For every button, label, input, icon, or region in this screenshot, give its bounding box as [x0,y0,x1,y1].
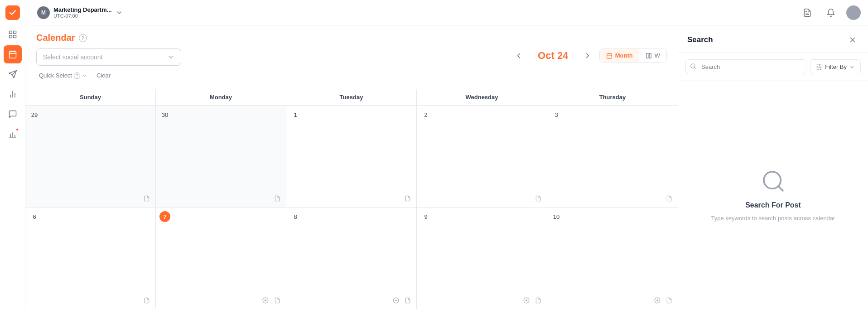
calendar-rows: 29 30 [25,106,678,309]
nav-and-view: Oct 24 [512,48,667,63]
svg-rect-23 [646,53,648,58]
month-view-button[interactable]: Month [600,49,639,62]
filter-chevron-icon [849,64,855,70]
day-header-sunday: Sunday [25,89,156,105]
calendar-toolbar: Calendar ? Select social account [25,25,678,83]
search-input[interactable] [685,59,806,74]
clear-button[interactable]: Clear [94,71,113,80]
calendar-cell: 6 [25,208,156,309]
filter-by-label: Filter By [825,63,847,70]
draft-icon[interactable] [142,193,152,203]
account-selector-chevron-icon [167,53,174,61]
sidebar-item-dashboard[interactable] [4,25,22,43]
listening-badge [15,128,19,131]
cell-date: 30 [159,109,170,120]
cell-actions [664,193,674,203]
add-post-icon[interactable] [260,295,270,305]
calendar-cell: 9 [417,208,547,309]
week-view-button[interactable]: W [639,49,666,62]
calendar-cell: 30 [156,106,286,207]
view-buttons: Month W [599,48,667,63]
calendar-cell: 7 [156,208,286,309]
cell-actions [142,295,152,305]
social-account-selector[interactable]: Select social account [36,48,181,66]
cell-date: 29 [29,109,40,120]
sidebar-item-publish[interactable] [4,65,22,83]
quick-select-help-icon[interactable]: ? [74,72,80,79]
cell-date-today: 7 [159,211,170,222]
sidebar [0,0,25,309]
draft-icon[interactable] [272,295,282,305]
app-logo[interactable] [5,5,20,20]
calendar-cell: 10 [547,208,678,309]
cell-actions [272,193,282,203]
svg-rect-0 [9,31,12,34]
day-header-wednesday: Wednesday [417,89,547,105]
search-panel-title: Search [687,35,713,44]
calendar-days-header: Sunday Monday Tuesday Wednesday Thursday [25,89,678,106]
calendar-cell: 29 [25,106,156,207]
add-post-icon[interactable] [521,295,531,305]
svg-rect-3 [13,35,16,38]
filter-icon [816,64,822,70]
topbar: M Marketing Departm... UTC-07:00 [25,0,868,25]
search-input-wrap [685,59,806,74]
calendar-main: Calendar ? Select social account [25,25,678,309]
cell-actions [260,295,282,305]
svg-line-40 [694,67,696,68]
calendar-title: Calendar [36,33,75,43]
notifications-button[interactable] [823,5,839,21]
user-avatar[interactable] [846,5,861,20]
draft-icon[interactable] [403,193,413,203]
draft-icon[interactable] [664,295,674,305]
week-view-label: W [655,52,660,59]
search-panel-header: Search [678,25,868,53]
search-panel: Search [678,25,868,309]
search-panel-close-button[interactable] [846,34,859,46]
calendar-header-row: Calendar ? [36,33,667,43]
calendar-cell: 3 [547,106,678,207]
add-post-icon[interactable] [652,295,662,305]
svg-rect-24 [649,53,651,58]
workspace-avatar: M [37,6,50,19]
quick-select-row: Quick Select ? Clear [36,71,181,80]
draft-icon[interactable] [142,295,152,305]
topbar-right [799,5,861,21]
workspace-name: Marketing Departm... [53,6,112,13]
main-content: M Marketing Departm... UTC-07:00 [25,0,868,309]
current-month-label: Oct 24 [530,50,576,62]
workspace-info: Marketing Departm... UTC-07:00 [53,6,112,19]
prev-month-button[interactable] [512,49,525,62]
cell-date: 6 [29,211,40,222]
cell-actions [521,295,543,305]
calendar-cell: 2 [417,106,547,207]
month-nav: Oct 24 [512,49,594,62]
draft-icon[interactable] [272,193,282,203]
calendar-grid: Sunday Monday Tuesday Wednesday Thursday… [25,89,678,309]
workspace-chevron-icon [116,9,123,16]
draft-icon[interactable] [533,193,543,203]
cell-date: 8 [290,211,301,222]
draft-icon[interactable] [664,193,674,203]
add-post-icon[interactable] [391,295,401,305]
cell-date: 2 [420,109,431,120]
calendar-area: Calendar ? Select social account [25,25,868,309]
sidebar-item-calendar[interactable] [4,45,22,63]
filter-by-button[interactable]: Filter By [810,59,861,74]
quick-select-label: Quick Select [39,72,72,79]
search-empty-icon [761,169,786,196]
draft-icon[interactable] [403,295,413,305]
sidebar-item-inbox[interactable] [4,105,22,123]
workspace-selector[interactable]: M Marketing Departm... UTC-07:00 [33,4,127,22]
calendar-row: 29 30 [25,106,678,208]
columns-icon [646,53,652,59]
calendar-cell: 1 [286,106,417,207]
draft-icon[interactable] [533,295,543,305]
next-month-button[interactable] [581,49,594,62]
sidebar-item-listening[interactable] [4,125,22,143]
quick-select-button[interactable]: Quick Select ? [36,71,90,80]
sidebar-item-analytics[interactable] [4,85,22,103]
calendar-help-icon[interactable]: ? [79,34,87,42]
feedback-button[interactable] [799,5,815,21]
search-empty-subtitle: Type keywords to search posts across cal… [711,215,835,222]
